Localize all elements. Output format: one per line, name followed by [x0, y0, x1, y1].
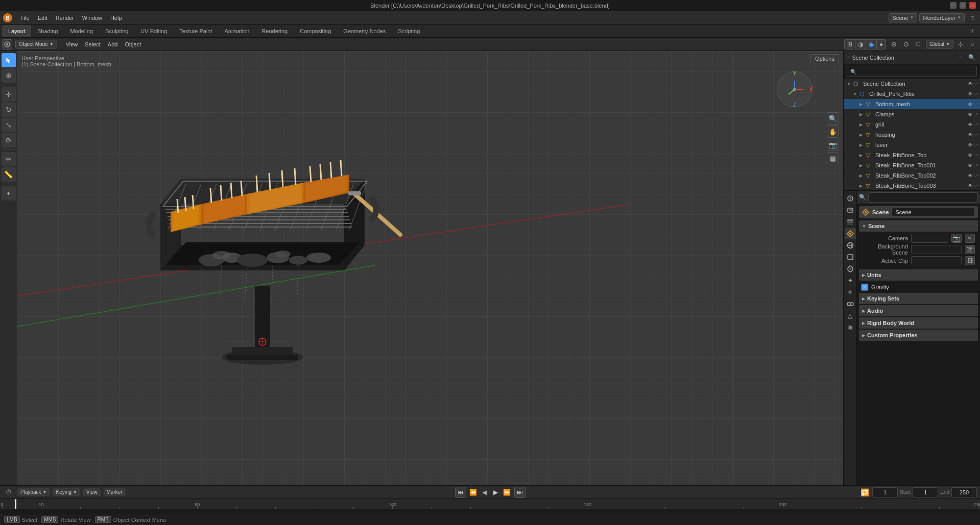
audio-section-header[interactable]: Audio — [859, 305, 978, 316]
outliner-filter-icon[interactable]: ≡ — [955, 53, 966, 63]
maximize-button[interactable]: □ — [960, 2, 966, 9]
particles-props-tab[interactable]: ✦ — [845, 275, 856, 286]
scene-name-input[interactable]: Scene — [892, 208, 975, 217]
solid-mode-btn[interactable]: ◑ — [855, 40, 866, 49]
active-clip-icon[interactable]: 🎞 — [965, 256, 975, 265]
play-btn[interactable]: ▶ — [491, 487, 501, 497]
object-mode-dropdown[interactable]: Object Mode ▼ — [15, 40, 57, 48]
outliner-housing[interactable]: ▶ ▽ housing 👁 ↗ — [844, 130, 980, 140]
tab-modeling[interactable]: Modeling — [64, 25, 99, 37]
outliner-grilled-pork-ribs[interactable]: ▼ ⬡ Grilled_Pork_Ribs 👁 ↗ — [844, 89, 980, 99]
outliner-search-icon[interactable]: 🔍 — [967, 53, 977, 63]
tab-shading[interactable]: Shading — [31, 25, 64, 37]
camera-view-btn[interactable]: 📷 — [827, 139, 839, 151]
blender-logo[interactable]: B — [2, 12, 13, 23]
outliner-steak-ribs-002[interactable]: ▶ ▽ Steak_RibBone_Top002 👁 ↗ — [844, 170, 980, 181]
output-props-tab[interactable] — [845, 205, 856, 216]
marker-menu[interactable]: Marker — [104, 488, 126, 496]
menu-file[interactable]: File — [16, 14, 34, 22]
modifiers-props-tab[interactable] — [845, 263, 856, 274]
tab-compositing[interactable]: Compositing — [294, 25, 337, 37]
show-gizmos-btn[interactable]: ⊕ — [888, 39, 899, 50]
snap-element-dropdown[interactable]: Global ▼ — [926, 40, 953, 48]
jump-to-end-btn[interactable]: ⏭ — [514, 487, 525, 498]
bg-scene-field[interactable] — [911, 245, 962, 254]
tab-animation[interactable]: Animation — [219, 25, 256, 37]
gravity-checkbox[interactable] — [861, 284, 868, 291]
gizmo-circle[interactable]: X Y Z — [777, 71, 812, 107]
zoom-to-fit-btn[interactable]: 🔍 — [827, 112, 839, 124]
minimize-button[interactable]: ─ — [950, 2, 957, 9]
transform-tool-btn[interactable]: ⟳ — [2, 133, 16, 147]
outliner-search[interactable]: 🔍 — [847, 66, 977, 77]
hand-pan-btn[interactable]: ✋ — [827, 126, 839, 138]
cursor-tool-btn[interactable]: ⊕ — [2, 68, 16, 83]
current-frame-field[interactable]: 1 — [872, 487, 898, 497]
menu-help[interactable]: Help — [106, 14, 126, 22]
rigid-body-section-header[interactable]: Rigid Body World — [859, 317, 978, 329]
outliner-bottom-mesh[interactable]: ▶ ▽ Bottom_mesh 👁 ↗ — [844, 99, 980, 109]
outliner-clamps[interactable]: ▶ ▽ Clamps 👁 ↗ — [844, 109, 980, 119]
world-props-tab[interactable] — [845, 240, 856, 251]
bg-scene-icon[interactable]: 🎬 — [965, 245, 975, 254]
play-back-btn[interactable]: ◀ — [480, 487, 490, 497]
active-clip-field[interactable] — [911, 256, 962, 265]
renderlayer-selector[interactable]: RenderLayer ▼ — [919, 13, 965, 22]
xray-toggle-btn[interactable]: ⬡ — [913, 39, 924, 50]
scene-selector[interactable]: Scene ▼ — [889, 13, 917, 22]
rendered-mode-btn[interactable]: ● — [877, 40, 886, 49]
viewport-3d[interactable]: User Perspective (1) Scene Collection | … — [17, 51, 843, 485]
render-border-btn[interactable]: ▦ — [827, 152, 839, 164]
keying-sets-section-header[interactable]: Keying Sets — [859, 293, 978, 304]
step-forward-btn[interactable]: ⏩ — [502, 487, 512, 497]
units-section-header[interactable]: Units — [859, 269, 978, 281]
viewport-add-menu[interactable]: Add — [105, 40, 121, 48]
close-button[interactable]: ✕ — [969, 2, 976, 9]
filter-icon[interactable]: ≡ — [967, 12, 978, 23]
jump-to-start-btn[interactable]: ⏮ — [455, 487, 466, 498]
snap-toggle-btn[interactable]: ⊹ — [954, 39, 966, 50]
loop-toggle-btn[interactable]: 🔁 — [859, 487, 870, 498]
physics-props-tab[interactable]: ⚛ — [845, 287, 856, 298]
outliner-lever[interactable]: ▶ ▽ lever 👁 ↗ — [844, 140, 980, 150]
scale-tool-btn[interactable]: ⤡ — [2, 118, 16, 132]
outliner-steak-ribs-003[interactable]: ▶ ▽ Steak_RibBone_Top003 👁 ↗ — [844, 181, 980, 190]
viewport-view-menu[interactable]: View — [63, 40, 81, 48]
move-tool-btn[interactable]: ✛ — [2, 87, 16, 102]
tab-uv-editing[interactable]: UV Editing — [134, 25, 173, 37]
outliner-scene-collection[interactable]: ▼ ⬡ Scene Collection 👁 ↗ — [844, 79, 980, 89]
scene-props-tab[interactable] — [845, 228, 856, 239]
wireframe-mode-btn[interactable]: ⊞ — [845, 40, 855, 49]
timeline-view-menu[interactable]: View — [83, 488, 101, 496]
menu-render[interactable]: Render — [52, 14, 78, 22]
camera-picker-icon[interactable]: 📷 — [951, 234, 962, 243]
outliner-search-input[interactable] — [858, 68, 973, 74]
material-props-tab[interactable] — [845, 322, 856, 333]
outliner-steak-ribs-001[interactable]: ▶ ▽ Steak_RibBone_Top001 👁 ↗ — [844, 160, 980, 170]
rotate-tool-btn[interactable]: ↻ — [2, 103, 16, 117]
viewport-select-menu[interactable]: Select — [82, 40, 104, 48]
start-frame-field[interactable]: 1 — [913, 487, 938, 497]
menu-window[interactable]: Window — [78, 14, 106, 22]
tab-rendering[interactable]: Rendering — [255, 25, 294, 37]
render-props-tab[interactable] — [845, 193, 856, 204]
tab-layout[interactable]: Layout — [2, 25, 31, 37]
tab-sculpting[interactable]: Sculpting — [99, 25, 134, 37]
viewport-mode-icon[interactable] — [2, 39, 12, 49]
properties-search-input[interactable] — [868, 192, 978, 203]
proportional-edit-btn[interactable]: ○ — [967, 39, 978, 50]
add-workspace-button[interactable]: + — [967, 26, 978, 37]
playback-menu[interactable]: Playback ▼ — [17, 488, 50, 496]
constraints-props-tab[interactable] — [845, 298, 856, 310]
viewport-object-menu[interactable]: Object — [122, 40, 144, 48]
custom-props-section-header[interactable]: Custom Properties — [859, 330, 978, 341]
object-data-props-tab[interactable]: △ — [845, 310, 856, 321]
outliner-steak-ribs-top[interactable]: ▶ ▽ Steak_RibBone_Top 👁 ↗ — [844, 150, 980, 160]
timeline-ruler[interactable]: 01050100150200250 — [0, 499, 980, 509]
view-layer-props-tab[interactable] — [845, 216, 856, 228]
material-mode-btn[interactable]: ◉ — [866, 40, 877, 49]
measure-tool-btn[interactable]: 📏 — [2, 167, 16, 182]
camera-field[interactable] — [911, 234, 948, 243]
object-props-tab[interactable] — [845, 252, 856, 263]
outliner-grill[interactable]: ▶ ▽ grill 👁 ↗ — [844, 119, 980, 130]
